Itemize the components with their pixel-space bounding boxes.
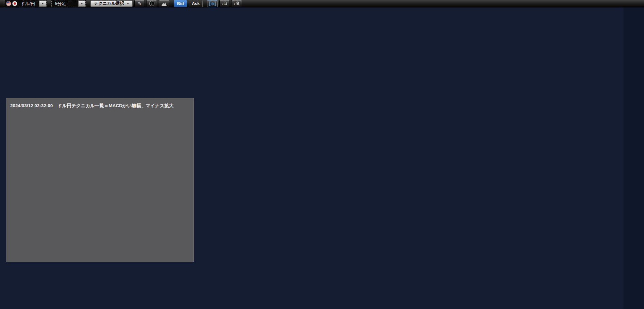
magnifier-plus-icon <box>236 1 240 6</box>
up-down-arrow-icon: ↕ <box>234 2 235 5</box>
ask-button[interactable]: Ask <box>189 0 203 7</box>
timeframe-dropdown-arrow-icon[interactable]: ▼ <box>78 0 85 7</box>
draw-pencil-button[interactable]: ✎ <box>134 0 145 7</box>
technical-summary-panel: 2024/03/12 02:32:00 ドル円テクニカル一覧＝MACDかい離幅、… <box>6 98 194 262</box>
vertical-zoom-out-button[interactable]: ↕ <box>219 0 230 7</box>
timeframe-select[interactable]: 5分足 ▼ <box>51 0 86 7</box>
japan-flag-icon <box>12 1 17 6</box>
currency-pair-value: ドル/円 <box>18 1 37 7</box>
area-chart-button[interactable] <box>159 0 169 7</box>
timeframe-value: 5分足 <box>53 1 68 7</box>
fx-chart-window: ドル/円 ▼ 5分足 ▼ テクニカル選択 ▼ ✎ i Bid Ask <box>0 0 644 309</box>
bid-button[interactable]: Bid <box>174 0 187 7</box>
currency-dropdown-arrow-icon[interactable]: ▼ <box>39 0 46 7</box>
technical-select-label: テクニカル選択 <box>94 1 124 6</box>
candle-display-button[interactable] <box>207 0 218 7</box>
pencil-icon: ✎ <box>138 1 141 6</box>
vertical-zoom-in-button[interactable]: ↕ <box>232 0 242 7</box>
toolbar: ドル/円 ▼ 5分足 ▼ テクニカル選択 ▼ ✎ i Bid Ask <box>0 0 644 7</box>
mountain-icon <box>161 1 167 6</box>
currency-pair-select[interactable]: ドル/円 ▼ <box>5 0 47 7</box>
info-icon: i <box>149 1 154 6</box>
us-flag-icon <box>6 1 11 6</box>
info-button[interactable]: i <box>147 0 157 7</box>
chevron-down-icon: ▼ <box>126 2 129 5</box>
up-down-arrow-icon: ↕ <box>221 2 223 5</box>
panel-title: 2024/03/12 02:32:00 ドル円テクニカル一覧＝MACDかい離幅、… <box>10 103 189 109</box>
magnifier-minus-icon <box>223 1 228 6</box>
candles-icon <box>209 1 216 6</box>
technical-select-button[interactable]: テクニカル選択 ▼ <box>90 0 133 7</box>
